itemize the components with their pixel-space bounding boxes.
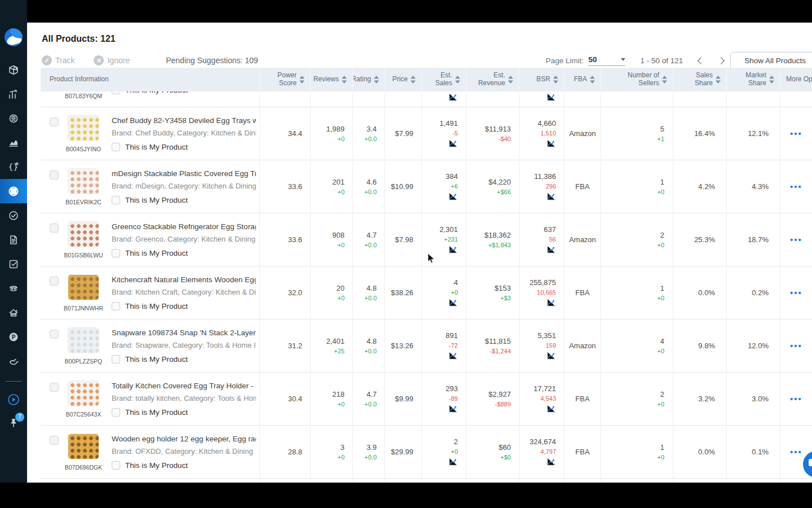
my-product-checkbox[interactable] [112,143,120,151]
sales-chart-icon[interactable] [448,352,458,361]
sales-chart-icon[interactable] [448,192,458,202]
sidebar-item-listing-builder[interactable] [0,155,27,179]
sidebar-item-keyword-research[interactable] [0,106,27,130]
sales-chart-icon[interactable] [448,458,458,467]
bsr-chart-icon[interactable] [546,458,556,467]
product-image[interactable] [68,221,99,247]
sales-chart-icon[interactable] [448,246,458,255]
bsr-chart-icon[interactable] [546,93,556,102]
product-title[interactable]: Greenco Stackable Refrigerator Egg Stora… [112,222,256,231]
bsr-chart-icon[interactable] [546,299,556,308]
more-options-button[interactable]: ••• [780,373,812,425]
column-header-reviews[interactable]: Reviews [310,68,352,91]
sidebar-item-trends[interactable] [0,130,27,155]
sales-chart-icon[interactable] [448,93,458,102]
product-title[interactable]: Chef Buddy 82-Y3458 Deviled Egg Trays wi… [112,116,256,125]
sidebar-item-market-intelligence[interactable] [0,82,27,106]
sales-chart-icon[interactable] [448,299,458,308]
show-all-products-button[interactable]: Show All Products [730,52,812,69]
my-product-checkbox[interactable] [112,91,120,94]
my-product-checkbox[interactable] [112,355,120,364]
row-checkbox[interactable] [50,383,59,392]
next-page-button[interactable] [717,57,725,64]
sidebar-item-listing-analyzer[interactable] [0,227,27,252]
sidebar-item-launch-check[interactable] [0,203,27,227]
app-logo-icon[interactable] [5,28,23,46]
my-product-toggle[interactable]: This is My Product [112,461,256,470]
more-options-button[interactable]: ••• [780,213,812,266]
row-checkbox[interactable] [50,170,59,179]
bsr-chart-icon[interactable] [546,405,556,414]
page-limit-select[interactable]: 50 [588,55,625,66]
product-title[interactable]: Wooden egg holder 12 egg keeper, Egg rac… [112,435,256,443]
column-header-bsr[interactable]: BSR [519,68,564,91]
my-product-toggle[interactable]: This is My Product [112,249,256,257]
product-image[interactable] [68,274,99,300]
sales-share-cell: 0.0% [673,266,726,319]
my-product-toggle[interactable]: This is My Product [112,355,256,364]
row-checkbox[interactable] [50,436,59,445]
product-image[interactable] [68,433,99,459]
column-header-rating[interactable]: Rating [352,68,385,91]
sellers-cell: 5+1 [601,107,673,160]
rating-cell: 4.8+0.0 [352,266,385,319]
product-title[interactable]: Kitchencraft Natural Elements Wooden Egg… [112,275,256,284]
more-options-button[interactable]: ••• [780,160,812,213]
product-title[interactable]: Totally Kitchen Covered Egg Tray Holder … [112,382,256,390]
more-options-button[interactable]: ••• [780,319,812,372]
product-asin: B07C25643X [66,411,101,418]
my-product-checkbox[interactable] [112,196,120,204]
my-product-toggle[interactable]: This is My Product [112,143,256,151]
product-image[interactable] [68,380,99,406]
sales-chart-icon[interactable] [448,139,458,148]
my-product-toggle[interactable]: This is My Product [112,196,256,204]
sales-chart-icon[interactable] [448,405,458,414]
column-header-sales-share[interactable]: Sales Share [673,68,726,91]
my-product-checkbox[interactable] [112,302,120,310]
product-image[interactable] [68,327,99,353]
bsr-chart-icon[interactable] [546,246,556,255]
column-header-market-share[interactable]: Market Share [726,68,780,91]
prev-page-button[interactable] [698,57,705,64]
row-checkbox[interactable] [50,117,59,126]
sidebar-item-tasks[interactable] [0,252,27,276]
bsr-chart-icon[interactable] [546,192,556,202]
my-product-checkbox[interactable] [112,461,120,470]
sidebar-item-storefront[interactable] [0,300,27,325]
my-product-toggle[interactable]: This is My Product [112,302,256,310]
bsr-chart-icon[interactable] [546,139,556,148]
product-title[interactable]: Snapware 1098734 Snap 'N Stack 2-Layer F… [112,329,256,337]
my-product-toggle[interactable]: This is My Product [112,91,188,94]
column-header-power-score[interactable]: Power Score [259,68,310,91]
sidebar-item-product-discovery[interactable] [0,58,27,82]
ignore-x-icon: ✕ [94,55,104,65]
more-options-button[interactable]: ••• [780,107,812,160]
track-button[interactable]: ✓ Track [42,55,74,65]
sidebar-item-competitor-ninja[interactable] [0,276,27,300]
more-options-button[interactable]: ••• [780,266,812,319]
my-product-toggle[interactable]: This is My Product [112,408,256,417]
sidebar-item-wishlamp[interactable] [0,349,27,373]
product-image[interactable] [68,115,99,141]
my-product-checkbox[interactable] [112,249,120,257]
sidebar-item-pricing[interactable]: P [0,325,27,349]
column-header-fba[interactable]: FBA [564,68,601,91]
column-header-price[interactable]: Price [385,68,421,91]
column-header-number-of-sellers[interactable]: Number of Sellers [601,68,673,91]
row-checkbox[interactable] [50,224,59,233]
sidebar-item-product-research-active[interactable] [0,179,27,203]
my-product-checkbox[interactable] [112,408,120,417]
column-header-est-sales[interactable]: Est. Sales [421,68,466,91]
row-checkbox[interactable] [50,277,59,286]
ignore-button[interactable]: ✕ Ignore [94,55,130,65]
est-revenue-cell: $11,913-$40 [466,107,519,160]
product-image[interactable] [68,168,99,194]
svg-text:P: P [12,334,16,340]
column-header-est-revenue[interactable]: Est. Revenue [466,68,519,91]
product-title[interactable]: mDesign Stackable Plastic Covered Egg Tr… [112,169,256,178]
bsr-chart-icon[interactable] [546,352,556,361]
row-checkbox[interactable] [50,330,59,339]
more-options-icon: ••• [790,394,802,404]
sidebar-item-pinned[interactable]: 7 [0,411,27,436]
sidebar-item-tutorials[interactable] [0,387,27,411]
